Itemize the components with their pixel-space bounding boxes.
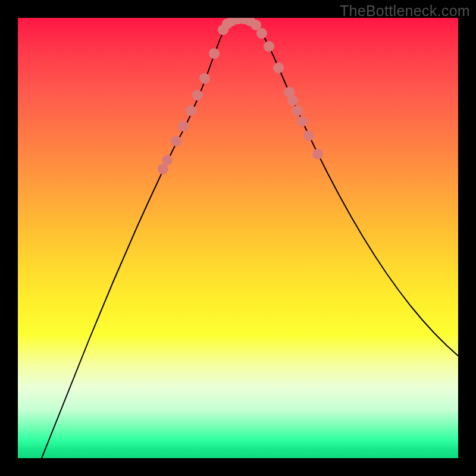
data-marker [171,136,181,146]
data-marker [264,41,274,52]
data-marker [178,121,189,131]
data-marker [162,155,173,165]
data-marker [292,105,303,116]
data-marker [303,130,314,141]
data-marker [256,28,267,39]
data-marker [273,62,284,73]
bottleneck-curve [42,18,458,458]
bottleneck-curve-svg [18,18,458,458]
chart-frame: TheBottleneck.com [0,0,476,476]
data-marker [287,95,298,106]
watermark-text: TheBottleneck.com [340,2,470,20]
data-marker [199,73,210,84]
plot-area [18,18,458,458]
data-marker [297,116,308,127]
data-marker [312,149,323,159]
data-marker [192,90,203,101]
data-marker [209,48,220,59]
data-marker [186,105,196,116]
